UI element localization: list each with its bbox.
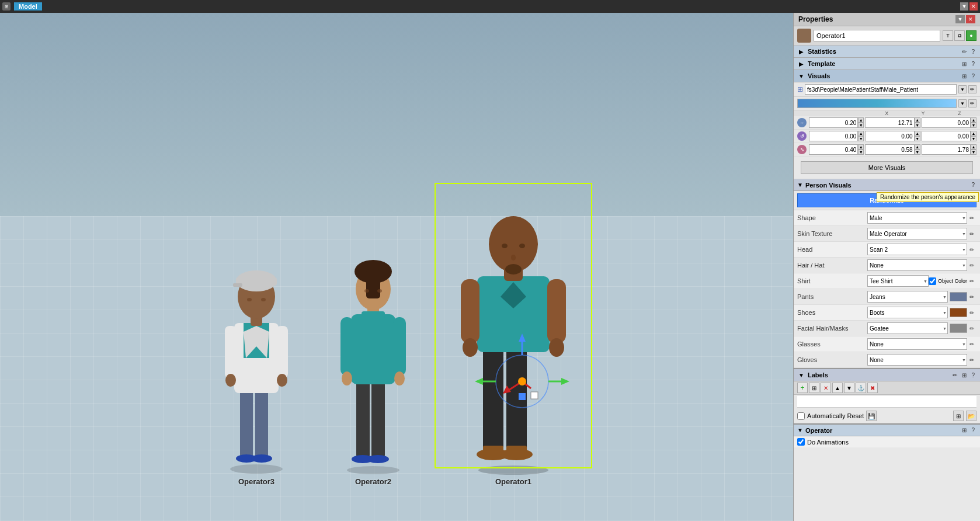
hair-edit-btn[interactable]: ✏ — [967, 260, 976, 270]
labels-help-btn[interactable]: ? — [969, 371, 976, 379]
section-visuals[interactable]: ▼ Visuals ⊞ ? — [794, 70, 980, 82]
auto-reset-load-btn[interactable]: 📂 — [966, 411, 976, 421]
color-bar-dropdown[interactable]: ▼ — [958, 99, 967, 107]
translate-x-down[interactable]: ▼ — [858, 123, 864, 128]
shoes-edit-btn[interactable]: ✏ — [967, 308, 976, 317]
operator-section-header[interactable]: ▼ Operator ⊞ ? — [794, 423, 980, 436]
labels-add-btn[interactable]: + — [797, 383, 808, 393]
operator-help-btn[interactable]: ? — [969, 426, 976, 434]
template-help-btn[interactable]: ? — [969, 60, 976, 68]
shape-edit-btn[interactable]: ✏ — [967, 213, 976, 223]
section-statistics[interactable]: ▶ Statistics ✏ ? — [794, 46, 980, 58]
rotate-z-down[interactable]: ▼ — [971, 136, 976, 141]
shirt-edit-btn[interactable]: ✏ — [967, 276, 976, 286]
scale-y-down[interactable]: ▼ — [915, 150, 920, 155]
auto-reset-save-btn[interactable]: 💾 — [866, 411, 877, 421]
labels-copy-btn[interactable]: ⊞ — [960, 371, 968, 379]
shirt-select[interactable]: Tee Shirt — [867, 275, 929, 287]
shoes-color-swatch[interactable] — [950, 308, 967, 317]
translate-z-input[interactable] — [922, 117, 971, 128]
rotate-y-input[interactable] — [865, 131, 914, 141]
rotate-y-up[interactable]: ▲ — [915, 131, 920, 136]
labels-edit-btn[interactable]: ✏ — [951, 371, 959, 379]
facial-hair-color-swatch[interactable] — [950, 324, 967, 333]
statistics-help-btn[interactable]: ? — [969, 48, 976, 55]
character-op3[interactable]: Operator3 — [221, 230, 291, 486]
scale-z-up[interactable]: ▲ — [971, 144, 976, 150]
translate-z-down[interactable]: ▼ — [971, 123, 976, 128]
labels-anchor-btn[interactable]: ⚓ — [856, 383, 866, 393]
glasses-select[interactable]: None — [867, 338, 967, 350]
section-labels[interactable]: ▼ Labels ✏ ⊞ ? — [794, 369, 980, 381]
path-dropdown-btn[interactable]: ▼ — [958, 85, 967, 93]
character-op2[interactable]: Operator2 — [338, 224, 408, 486]
more-visuals-btn[interactable]: More Visuals — [801, 161, 973, 174]
close-btn[interactable]: ✕ — [969, 2, 978, 11]
skin-edit-btn[interactable]: ✏ — [967, 229, 976, 238]
statistics-edit-btn[interactable]: ✏ — [960, 48, 968, 55]
pants-color-swatch[interactable] — [950, 292, 967, 301]
viewport[interactable]: Operator3 — [0, 13, 793, 521]
pants-edit-btn[interactable]: ✏ — [967, 292, 976, 301]
head-select[interactable]: Scan 2 — [867, 244, 967, 255]
facial-hair-select[interactable]: Goatee — [867, 322, 948, 334]
visuals-help-btn[interactable]: ? — [969, 72, 976, 80]
template-edit-btn[interactable]: ⊞ — [960, 60, 968, 68]
shoes-select[interactable]: Boots — [867, 307, 948, 318]
operator-copy-btn[interactable]: ⊞ — [960, 426, 968, 434]
character-op1[interactable]: Operator1 — [455, 183, 572, 486]
labels-clear-btn[interactable]: ✖ — [867, 383, 878, 393]
auto-reset-copy-btn[interactable]: ⊞ — [953, 411, 964, 421]
scale-x-down[interactable]: ▼ — [858, 150, 864, 155]
person-visuals-header[interactable]: ▼ Person Visuals ? — [794, 179, 980, 191]
rotate-x-up[interactable]: ▲ — [858, 131, 864, 136]
translate-x-input[interactable] — [809, 117, 858, 128]
glasses-edit-btn[interactable]: ✏ — [967, 339, 976, 349]
color-bar[interactable] — [797, 99, 957, 108]
skin-select[interactable]: Male Operator — [867, 228, 967, 239]
prop-icon-1[interactable]: T — [943, 30, 953, 41]
shirt-object-color-checkbox[interactable] — [929, 277, 936, 285]
rotate-x-down[interactable]: ▼ — [858, 136, 864, 141]
translate-x-up[interactable]: ▲ — [858, 117, 864, 123]
rotate-z-input[interactable] — [922, 131, 971, 141]
do-animations-checkbox[interactable] — [797, 438, 805, 446]
hair-select[interactable]: None — [867, 259, 967, 271]
collapse-btn[interactable]: ▼ — [960, 2, 968, 11]
panel-collapse-btn[interactable]: ▼ — [955, 15, 965, 23]
scale-z-input[interactable] — [922, 144, 971, 155]
scale-y-input[interactable] — [865, 144, 914, 155]
panel-close-btn[interactable]: ✕ — [966, 15, 975, 23]
operator-name-input[interactable] — [814, 30, 940, 41]
translate-y-up[interactable]: ▲ — [915, 117, 920, 123]
color-bar-edit[interactable]: ✏ — [968, 99, 976, 107]
rotate-x-input[interactable] — [809, 131, 858, 141]
path-edit-btn[interactable]: ✏ — [968, 85, 976, 93]
rotate-y-down[interactable]: ▼ — [915, 136, 920, 141]
scale-z-down[interactable]: ▼ — [971, 150, 976, 155]
path-input[interactable] — [805, 84, 957, 95]
prop-icon-3[interactable]: ● — [966, 30, 976, 41]
scale-y-up[interactable]: ▲ — [915, 144, 920, 150]
section-template[interactable]: ▶ Template ⊞ ? — [794, 58, 980, 70]
facial-hair-edit-btn[interactable]: ✏ — [967, 324, 976, 333]
translate-y-down[interactable]: ▼ — [915, 123, 920, 128]
person-visuals-help[interactable]: ? — [969, 181, 976, 189]
labels-copy-btn2[interactable]: ⊞ — [809, 383, 819, 393]
head-edit-btn[interactable]: ✏ — [967, 245, 976, 254]
labels-down-btn[interactable]: ▼ — [844, 383, 854, 393]
pants-select[interactable]: Jeans — [867, 291, 948, 303]
translate-y-input[interactable] — [865, 117, 914, 128]
prop-icon-2[interactable]: ⧉ — [954, 30, 965, 41]
labels-up-btn[interactable]: ▲ — [832, 383, 843, 393]
auto-reset-checkbox[interactable] — [797, 412, 805, 420]
rotate-z-up[interactable]: ▲ — [971, 131, 976, 136]
visuals-edit-btn[interactable]: ⊞ — [960, 72, 968, 80]
gloves-edit-btn[interactable]: ✏ — [967, 355, 976, 364]
labels-delete-btn[interactable]: ✕ — [821, 383, 831, 393]
shape-select[interactable]: Male — [867, 212, 967, 224]
scale-x-input[interactable] — [809, 144, 858, 155]
translate-z-up[interactable]: ▲ — [971, 117, 976, 123]
gloves-select[interactable]: None — [867, 354, 967, 366]
scale-x-up[interactable]: ▲ — [858, 144, 864, 150]
